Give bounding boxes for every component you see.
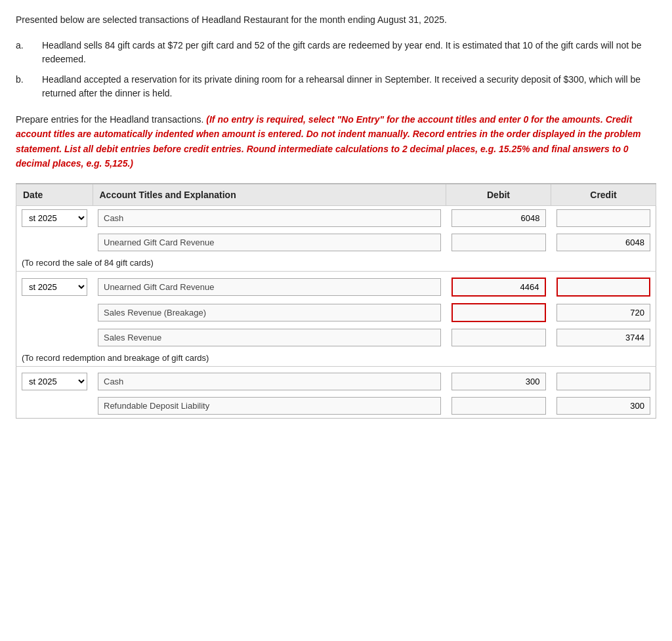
account-cell: [93, 205, 446, 230]
account-input[interactable]: [98, 304, 441, 321]
debit-input[interactable]: [452, 278, 546, 297]
account-input[interactable]: [98, 278, 441, 296]
note-row: (To record redemption and breakage of gi…: [16, 350, 656, 367]
instructions: Prepare entries for the Headland transac…: [16, 112, 656, 171]
credit-input[interactable]: [556, 209, 651, 227]
debit-cell: [446, 205, 551, 230]
credit-input[interactable]: [556, 329, 651, 346]
credit-cell: [551, 230, 656, 255]
debit-cell: [446, 230, 551, 255]
problem-letter-b: b.: [16, 73, 32, 100]
date-cell: [16, 300, 93, 325]
credit-input[interactable]: [556, 278, 651, 297]
problem-list: a. Headland sells 84 gift cards at $72 p…: [16, 39, 656, 100]
date-select[interactable]: st 2025: [22, 278, 87, 296]
table-row: st 2025: [16, 369, 656, 394]
header-account: Account Titles and Explanation: [93, 184, 446, 206]
debit-input[interactable]: [452, 397, 546, 415]
table-row: [16, 394, 656, 419]
problem-item-a: a. Headland sells 84 gift cards at $72 p…: [16, 39, 656, 66]
journal-table: Date Account Titles and Explanation Debi…: [16, 183, 656, 419]
credit-input[interactable]: [556, 397, 651, 415]
table-row: [16, 230, 656, 255]
debit-cell: [446, 274, 551, 300]
debit-cell: [446, 394, 551, 419]
note-text: (To record the sale of 84 gift cards): [16, 255, 656, 272]
credit-cell: [551, 300, 656, 325]
account-cell: [93, 300, 446, 325]
debit-input[interactable]: [452, 329, 546, 346]
problem-text-a: Headland sells 84 gift cards at $72 per …: [42, 39, 656, 66]
credit-cell: [551, 325, 656, 350]
table-header-row: Date Account Titles and Explanation Debi…: [16, 184, 656, 206]
credit-input[interactable]: [556, 373, 651, 390]
date-cell: st 2025: [16, 205, 93, 230]
credit-cell: [551, 274, 656, 300]
account-cell: [93, 394, 446, 419]
account-cell: [93, 325, 446, 350]
account-cell: [93, 274, 446, 300]
table-row: [16, 325, 656, 350]
debit-input[interactable]: [452, 303, 546, 322]
account-input[interactable]: [98, 373, 441, 390]
credit-cell: [551, 369, 656, 394]
debit-cell: [446, 369, 551, 394]
table-row: st 2025: [16, 205, 656, 230]
credit-cell: [551, 394, 656, 419]
date-cell: st 2025: [16, 369, 93, 394]
date-cell: [16, 230, 93, 255]
debit-cell: [446, 325, 551, 350]
credit-cell: [551, 205, 656, 230]
problem-item-b: b. Headland accepted a reservation for i…: [16, 73, 656, 100]
debit-cell: [446, 300, 551, 325]
date-select[interactable]: st 2025: [22, 373, 87, 390]
debit-input[interactable]: [452, 373, 546, 390]
note-text: (To record redemption and breakage of gi…: [16, 350, 656, 367]
account-input[interactable]: [98, 329, 441, 346]
account-input[interactable]: [98, 234, 441, 251]
header-credit: Credit: [551, 184, 656, 206]
date-select[interactable]: st 2025: [22, 209, 87, 227]
table-row: st 2025: [16, 274, 656, 300]
problem-letter-a: a.: [16, 39, 32, 66]
problem-text-b: Headland accepted a reservation for its …: [42, 73, 656, 100]
intro-text: Presented below are selected transaction…: [16, 13, 656, 27]
instructions-prefix: Prepare entries for the Headland transac…: [16, 114, 206, 125]
account-cell: [93, 230, 446, 255]
date-cell: st 2025: [16, 274, 93, 300]
header-debit: Debit: [446, 184, 551, 206]
account-input[interactable]: [98, 397, 441, 415]
debit-input[interactable]: [452, 234, 546, 251]
credit-input[interactable]: [556, 304, 651, 321]
date-cell: [16, 394, 93, 419]
account-input[interactable]: [98, 209, 441, 227]
debit-input[interactable]: [452, 209, 546, 227]
account-cell: [93, 369, 446, 394]
date-cell: [16, 325, 93, 350]
header-date: Date: [16, 184, 93, 206]
table-row: [16, 300, 656, 325]
credit-input[interactable]: [556, 234, 651, 251]
note-row: (To record the sale of 84 gift cards): [16, 255, 656, 272]
